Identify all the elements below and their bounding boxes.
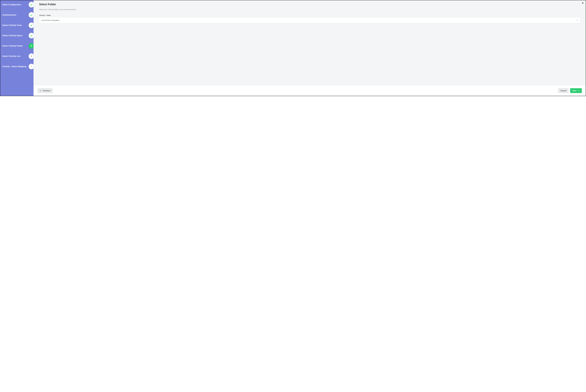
cancel-button[interactable]: Cancel (558, 88, 568, 93)
step-authentication[interactable]: Authentication (2, 14, 32, 16)
previous-button-label: Previous (43, 90, 50, 92)
step-select-clickup-space[interactable]: Select ClickUp Space (2, 34, 32, 37)
step-indicator-completed (29, 2, 34, 8)
step-select-clickup-team[interactable]: Select ClickUp Team (2, 24, 32, 26)
folder-field-label: ClickUp - Folder (39, 14, 580, 16)
step-label: Authentication (2, 14, 32, 16)
step-label: Select ClickUp Folder (2, 45, 32, 47)
step-label: Select ClickUp Space (2, 34, 32, 37)
step-indicator-completed (29, 33, 34, 38)
wizard-footer: Previous Cancel Next (34, 85, 586, 96)
step-indicator-pending: 6 (29, 54, 34, 59)
close-icon: ✕ (582, 2, 584, 4)
check-icon (30, 24, 33, 27)
step-indicator-completed (29, 12, 34, 18)
folder-select[interactable]: accessFlow Integration (39, 17, 580, 23)
next-button-label: Next (572, 90, 576, 92)
step-indicator-completed (29, 22, 34, 28)
step-indicator-active: 5 (29, 43, 34, 49)
close-button[interactable]: ✕ (581, 2, 584, 4)
content-area: Select Folder Select your ClickUp folder… (34, 0, 586, 85)
cancel-button-label: Cancel (560, 90, 566, 92)
footer-right: Cancel Next (558, 88, 582, 93)
step-label: Select ClickUp Team (2, 24, 32, 26)
arrow-left-icon (40, 90, 42, 92)
step-select-clickup-folder[interactable]: Select ClickUp Folder 5 (2, 45, 32, 47)
next-button[interactable]: Next (570, 88, 582, 93)
wizard-sidebar: Initial Configuration Authentication Sel… (0, 0, 34, 96)
main-panel: ✕ Select Folder Select your ClickUp fold… (34, 0, 586, 96)
step-indicator-pending: 7 (29, 64, 34, 69)
check-icon (30, 34, 33, 37)
previous-button[interactable]: Previous (38, 88, 53, 93)
page-title: Select Folder (39, 3, 580, 6)
step-initial-configuration[interactable]: Initial Configuration (2, 4, 32, 6)
page-subtitle: Select your ClickUp folder to sync with … (39, 8, 580, 10)
folder-select-wrapper: accessFlow Integration (39, 17, 580, 23)
step-label: Initial Configuration (2, 4, 32, 6)
wizard-container: Initial Configuration Authentication Sel… (0, 0, 586, 96)
step-clickup-status-mapping[interactable]: ClickUp - Status Mapping 7 (2, 65, 32, 68)
step-label: ClickUp - Status Mapping (2, 65, 32, 68)
check-icon (30, 14, 33, 16)
step-select-clickup-list[interactable]: Select ClickUp List 6 (2, 55, 32, 58)
step-label: Select ClickUp List (2, 55, 32, 58)
arrow-right-icon (577, 90, 579, 92)
check-icon (30, 3, 33, 6)
